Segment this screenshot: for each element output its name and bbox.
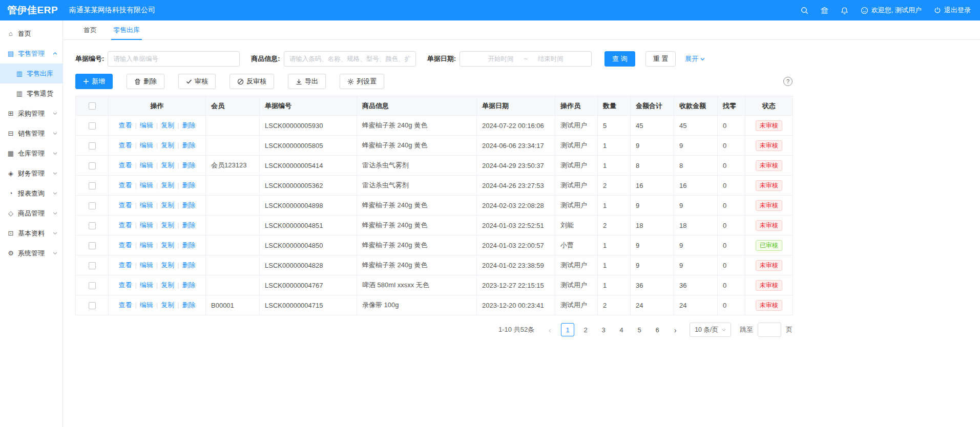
row-checkbox[interactable] [89, 302, 96, 309]
page-size-select[interactable]: 10 条/页 [690, 323, 731, 337]
edit-link[interactable]: 编辑 [140, 201, 153, 209]
copy-link[interactable]: 复制 [161, 281, 174, 289]
unaudit-button[interactable]: 反审核 [230, 74, 274, 89]
edit-link[interactable]: 编辑 [140, 221, 153, 229]
table-row: 查看|编辑|复制|删除 LSCK00000004898 蜂蜜柚子茶 240g 黄… [76, 196, 793, 216]
search-icon[interactable] [801, 7, 808, 14]
audit-button[interactable]: 审核 [178, 74, 216, 89]
bell-icon[interactable] [841, 7, 848, 14]
reset-button[interactable]: 重 置 [645, 51, 676, 67]
sidebar-item-retail[interactable]: ▤ 零售管理 [0, 44, 62, 63]
row-delete-link[interactable]: 删除 [182, 261, 196, 269]
sidebar-item-report[interactable]: ◔ 报表查询 [0, 183, 62, 203]
view-link[interactable]: 查看 [118, 221, 132, 229]
row-delete-link[interactable]: 删除 [182, 121, 196, 129]
order-no-input[interactable] [108, 51, 240, 67]
row-delete-link[interactable]: 删除 [182, 181, 196, 189]
building-icon[interactable] [821, 7, 828, 14]
sidebar-item-home[interactable]: ⌂ 首页 [0, 24, 62, 44]
row-delete-link[interactable]: 删除 [182, 141, 196, 149]
qty-cell: 2 [598, 216, 631, 236]
sidebar-item-sales[interactable]: ⊟ 销售管理 [0, 123, 62, 143]
edit-link[interactable]: 编辑 [140, 241, 153, 249]
page-button-3[interactable]: 3 [597, 323, 610, 336]
select-all-checkbox[interactable] [89, 102, 96, 110]
tab-home[interactable]: 首页 [75, 20, 105, 39]
delete-button[interactable]: 删除 [127, 74, 164, 89]
view-link[interactable]: 查看 [118, 161, 132, 169]
sidebar-item-warehouse[interactable]: ▦ 仓库管理 [0, 143, 62, 163]
row-checkbox[interactable] [89, 202, 96, 209]
row-delete-link[interactable]: 删除 [182, 201, 196, 209]
row-checkbox[interactable] [89, 242, 96, 249]
edit-link[interactable]: 编辑 [140, 121, 153, 129]
welcome-user[interactable]: 欢迎您, 测试用户 [861, 6, 922, 15]
copy-link[interactable]: 复制 [161, 221, 174, 229]
next-page-button[interactable]: › [669, 323, 682, 336]
copy-link[interactable]: 复制 [161, 261, 174, 269]
sidebar-item-finance[interactable]: ◈ 财务管理 [0, 163, 62, 183]
chevron-down-icon [53, 192, 57, 195]
copy-link[interactable]: 复制 [161, 301, 174, 309]
view-link[interactable]: 查看 [118, 241, 132, 249]
sidebar-item-retail-return[interactable]: ▥ 零售退货 [0, 83, 62, 103]
action-separator: | [177, 221, 179, 229]
row-checkbox[interactable] [89, 162, 96, 169]
edit-link[interactable]: 编辑 [140, 141, 153, 149]
copy-link[interactable]: 复制 [161, 181, 174, 189]
row-checkbox[interactable] [89, 142, 96, 150]
edit-link[interactable]: 编辑 [140, 161, 153, 169]
product-input[interactable] [284, 51, 416, 67]
edit-link[interactable]: 编辑 [140, 281, 153, 289]
view-link[interactable]: 查看 [118, 201, 132, 209]
copy-link[interactable]: 复制 [161, 161, 174, 169]
row-checkbox[interactable] [89, 282, 96, 289]
row-delete-link[interactable]: 删除 [182, 241, 196, 249]
view-link[interactable]: 查看 [118, 281, 132, 289]
expand-link[interactable]: 展开 [685, 54, 705, 63]
copy-link[interactable]: 复制 [161, 121, 174, 129]
copy-link[interactable]: 复制 [161, 241, 174, 249]
row-checkbox[interactable] [89, 182, 96, 189]
sidebar-item-basedata[interactable]: ⊡ 基本资料 [0, 223, 62, 243]
jump-page-input[interactable] [758, 323, 781, 337]
tab-retail-out[interactable]: 零售出库 [105, 20, 148, 39]
view-link[interactable]: 查看 [118, 261, 132, 269]
sidebar-item-goods[interactable]: ◇ 商品管理 [0, 203, 62, 223]
view-link[interactable]: 查看 [118, 141, 132, 149]
date-range-picker[interactable]: 开始时间 ~ 结束时间 [460, 51, 592, 67]
row-delete-link[interactable]: 删除 [182, 161, 196, 169]
row-delete-link[interactable]: 删除 [182, 301, 196, 309]
column-settings-button[interactable]: 列设置 [340, 74, 384, 89]
purchase-icon: ⊞ [7, 110, 14, 117]
row-checkbox[interactable] [89, 122, 96, 130]
sidebar-item-retail-out[interactable]: ▥ 零售出库 [0, 63, 62, 83]
row-delete-link[interactable]: 删除 [182, 281, 196, 289]
help-icon[interactable]: ? [783, 77, 793, 86]
prev-page-button[interactable]: ‹ [543, 323, 556, 336]
search-button[interactable]: 查 询 [604, 51, 635, 67]
sidebar-item-system[interactable]: ⚙ 系统管理 [0, 243, 62, 263]
sidebar-item-purchase[interactable]: ⊞ 采购管理 [0, 103, 62, 123]
page-button-5[interactable]: 5 [633, 323, 646, 336]
copy-link[interactable]: 复制 [161, 201, 174, 209]
view-link[interactable]: 查看 [118, 301, 132, 309]
add-button[interactable]: 新增 [75, 74, 113, 89]
page-button-2[interactable]: 2 [579, 323, 592, 336]
page-button-4[interactable]: 4 [615, 323, 628, 336]
view-link[interactable]: 查看 [118, 121, 132, 129]
row-delete-link[interactable]: 删除 [182, 221, 196, 229]
edit-link[interactable]: 编辑 [140, 181, 153, 189]
page-button-1[interactable]: 1 [561, 323, 574, 336]
edit-link[interactable]: 编辑 [140, 301, 153, 309]
logout-button[interactable]: 退出登录 [934, 6, 971, 15]
row-checkbox[interactable] [89, 222, 96, 229]
date-cell: 2024-01-03 22:52:51 [477, 216, 555, 236]
row-checkbox[interactable] [89, 262, 96, 269]
copy-link[interactable]: 复制 [161, 141, 174, 149]
view-link[interactable]: 查看 [118, 181, 132, 189]
header-member: 会员 [206, 96, 260, 116]
export-button[interactable]: 导出 [288, 74, 326, 89]
edit-link[interactable]: 编辑 [140, 261, 153, 269]
page-button-6[interactable]: 6 [651, 323, 664, 336]
